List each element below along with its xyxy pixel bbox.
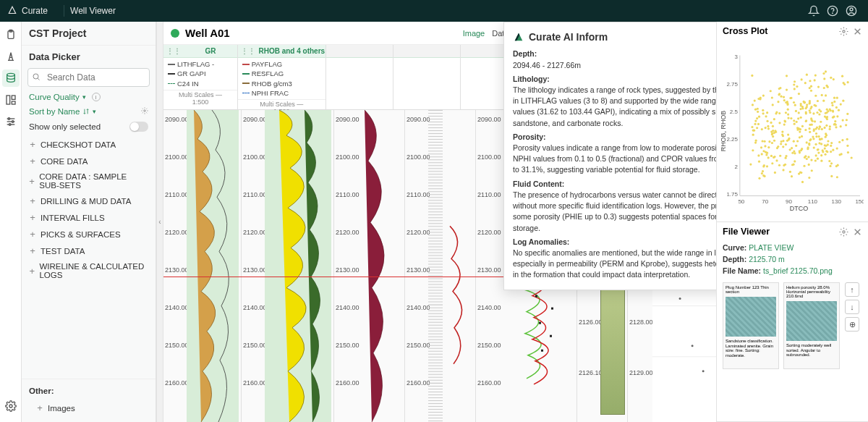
- svg-point-271: [846, 145, 848, 147]
- sidebar-item[interactable]: +TEST DATA: [29, 242, 148, 259]
- sidebar-item[interactable]: +DRILLING & MUD DATA: [29, 193, 148, 209]
- curve-quality-dropdown[interactable]: Curve Quality▾i: [22, 90, 156, 104]
- svg-point-243: [818, 128, 820, 130]
- svg-point-272: [809, 109, 811, 111]
- svg-point-19: [144, 110, 146, 112]
- sidebar-collapse-handle[interactable]: ‹: [156, 22, 163, 422]
- sidebar-item[interactable]: +INTERVAL FILLS: [29, 209, 148, 226]
- svg-point-214: [833, 101, 835, 103]
- svg-point-164: [830, 162, 833, 164]
- svg-point-343: [806, 158, 808, 160]
- main-viewer: Well A01 Image DatumMD UnitMeters Scale1…: [163, 22, 716, 422]
- grip-icon[interactable]: ⋮⋮: [238, 47, 258, 55]
- data-picker-title: Data Picker: [22, 46, 156, 65]
- rail-layout-icon[interactable]: [2, 91, 20, 109]
- user-icon[interactable]: [842, 1, 861, 20]
- track-3[interactable]: 2090.002100.002110.002120.002130.002140.…: [334, 110, 405, 422]
- grip-icon[interactable]: ⋮⋮: [163, 47, 184, 55]
- svg-point-266: [833, 116, 835, 118]
- svg-point-240: [800, 103, 802, 105]
- rail-rig-icon[interactable]: [2, 48, 20, 65]
- svg-point-362: [803, 101, 805, 103]
- svg-point-163: [799, 136, 801, 138]
- thumbnail-1[interactable]: Plug Number 123 Thin sectionSandstone cl…: [723, 282, 779, 369]
- svg-point-359: [825, 150, 827, 152]
- svg-point-75: [778, 112, 780, 114]
- svg-point-201: [795, 145, 797, 147]
- close-icon[interactable]: [853, 227, 862, 237]
- svg-point-377: [833, 97, 835, 99]
- svg-point-315: [791, 147, 793, 149]
- well-title: Well A01: [185, 27, 230, 39]
- scroll-up-button[interactable]: ↑: [845, 282, 859, 297]
- svg-text:90: 90: [786, 198, 792, 205]
- svg-point-384: [793, 119, 795, 122]
- show-selected-toggle[interactable]: [129, 122, 148, 132]
- svg-point-235: [754, 100, 756, 102]
- zoom-button[interactable]: ⊕: [845, 317, 859, 332]
- scroll-down-button[interactable]: ↓: [845, 300, 859, 314]
- svg-point-127: [836, 97, 838, 99]
- rail-settings-icon[interactable]: [2, 397, 20, 415]
- sidebar-item[interactable]: +CHECKSHOT DATA: [29, 136, 148, 153]
- brand[interactable]: Curate: [7, 6, 48, 16]
- svg-point-254: [821, 128, 823, 130]
- svg-point-230: [814, 143, 817, 145]
- crossplot-chart[interactable]: RHOB, RHOB DTCO 32.752.52.2521.75 507090…: [717, 41, 868, 221]
- svg-point-302: [808, 177, 810, 179]
- svg-point-202: [808, 143, 810, 145]
- bell-icon[interactable]: [804, 1, 823, 20]
- sort-dropdown[interactable]: Sort by Name ▾: [22, 104, 156, 119]
- svg-point-329: [830, 145, 832, 147]
- section-name[interactable]: Well Viewer: [70, 6, 116, 16]
- svg-point-253: [829, 125, 831, 127]
- sidebar-item[interactable]: +Images: [36, 400, 141, 416]
- search-input[interactable]: [27, 68, 150, 87]
- svg-point-79: [822, 100, 825, 102]
- info-icon[interactable]: i: [92, 93, 101, 101]
- svg-point-365: [789, 97, 791, 99]
- track-4[interactable]: 2090.002100.002110.002120.002130.002140.…: [405, 110, 476, 422]
- svg-point-290: [846, 113, 848, 115]
- svg-point-277: [847, 81, 849, 83]
- svg-point-73: [822, 72, 825, 75]
- svg-rect-30: [550, 335, 552, 337]
- rail-database-icon[interactable]: [2, 69, 20, 87]
- svg-point-71: [830, 77, 832, 79]
- svg-point-321: [801, 125, 804, 127]
- other-label: Other:: [29, 384, 148, 398]
- gear-icon[interactable]: [839, 27, 848, 36]
- close-icon[interactable]: [853, 27, 862, 36]
- rail-clipboard-icon[interactable]: [2, 26, 20, 43]
- svg-text:130: 130: [832, 198, 842, 205]
- help-icon[interactable]: [823, 1, 842, 20]
- project-name: CST Project: [22, 22, 156, 46]
- sidebar-item[interactable]: +WIRELINE & CALCULATED LOGS: [29, 259, 148, 282]
- track-rhob[interactable]: 2090.002100.002110.002120.002130.002140.…: [242, 110, 334, 422]
- svg-point-378: [825, 70, 827, 72]
- svg-text:110: 110: [808, 198, 818, 205]
- svg-point-349: [809, 139, 811, 141]
- sort-gear-icon[interactable]: [141, 107, 148, 116]
- svg-point-318: [778, 93, 780, 95]
- svg-point-305: [770, 131, 773, 133]
- svg-point-309: [803, 165, 805, 167]
- svg-point-211: [787, 109, 789, 111]
- svg-point-107: [770, 90, 772, 92]
- sidebar-item[interactable]: +CORE DATA: [29, 153, 148, 169]
- rail-sliders-icon[interactable]: [2, 113, 20, 130]
- svg-rect-28: [551, 308, 553, 310]
- thumbnail-2[interactable]: Helium porosity 28.0% Horizontal permeab…: [783, 282, 840, 369]
- sidebar-item[interactable]: +PICKS & SURFACES: [29, 226, 148, 242]
- svg-point-351: [793, 152, 796, 154]
- gear-icon[interactable]: [839, 227, 848, 237]
- svg-point-339: [800, 117, 802, 119]
- svg-point-199: [814, 120, 816, 122]
- svg-point-195: [821, 94, 823, 96]
- image-label[interactable]: Image: [463, 29, 485, 38]
- svg-point-203: [817, 148, 819, 151]
- svg-point-415: [814, 79, 816, 81]
- track-gr[interactable]: 2090.002100.002110.002120.002130.002140.…: [163, 110, 242, 422]
- svg-point-200: [761, 153, 763, 155]
- sidebar-item[interactable]: +CORE DATA : SAMPLE SUB-SETS: [29, 169, 148, 193]
